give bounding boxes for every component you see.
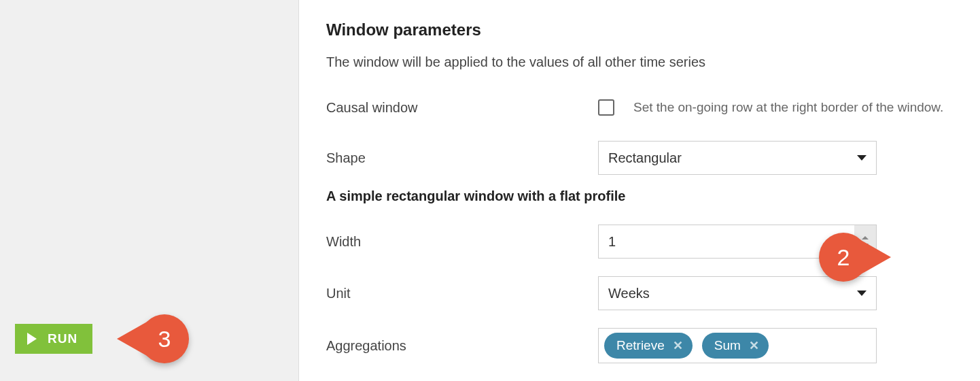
chevron-down-icon [857,291,867,296]
shape-row: Shape Rectangular [326,141,953,175]
close-icon[interactable]: ✕ [673,339,683,352]
close-icon[interactable]: ✕ [749,339,759,352]
annotation-balloon-2: 2 [819,233,868,282]
play-icon [27,333,37,345]
aggregation-tag-label: Sum [714,338,741,353]
sidebar: RUN 3 [0,0,299,381]
shape-label: Shape [326,150,598,166]
run-button-label: RUN [48,331,77,346]
width-label: Width [326,234,598,250]
aggregations-label: Aggregations [326,338,598,354]
causal-window-row: Causal window Set the on-going row at th… [326,92,953,123]
unit-label: Unit [326,286,598,301]
unit-select[interactable]: Weeks [598,276,877,310]
unit-select-value: Weeks [608,286,650,301]
section-title: Window parameters [326,20,953,39]
run-button[interactable]: RUN [15,324,92,354]
section-description: The window will be applied to the values… [326,54,953,70]
shape-description: A simple rectangular window with a flat … [326,188,953,204]
balloon-tail-icon [117,321,148,357]
causal-window-label: Causal window [326,100,598,116]
annotation-balloon-3: 3 [140,314,189,363]
causal-window-checkbox[interactable] [598,99,614,116]
causal-window-help: Set the on-going row at the right border… [633,100,943,115]
chevron-down-icon [857,155,867,161]
main-panel: Window parameters The window will be app… [299,0,980,381]
aggregations-input[interactable]: Retrieve ✕ Sum ✕ [598,328,877,363]
balloon-tail-icon [860,239,891,275]
aggregation-tag-label: Retrieve [616,338,665,353]
aggregation-tag: Retrieve ✕ [604,333,693,359]
width-value: 1 [599,234,625,250]
aggregation-tag: Sum ✕ [702,333,769,359]
annotation-number: 2 [837,244,850,271]
shape-select[interactable]: Rectangular [598,141,877,175]
unit-row: Unit Weeks [326,276,953,310]
shape-select-value: Rectangular [608,150,682,166]
aggregations-row: Aggregations Retrieve ✕ Sum ✕ [326,328,953,363]
annotation-number: 3 [158,326,171,352]
